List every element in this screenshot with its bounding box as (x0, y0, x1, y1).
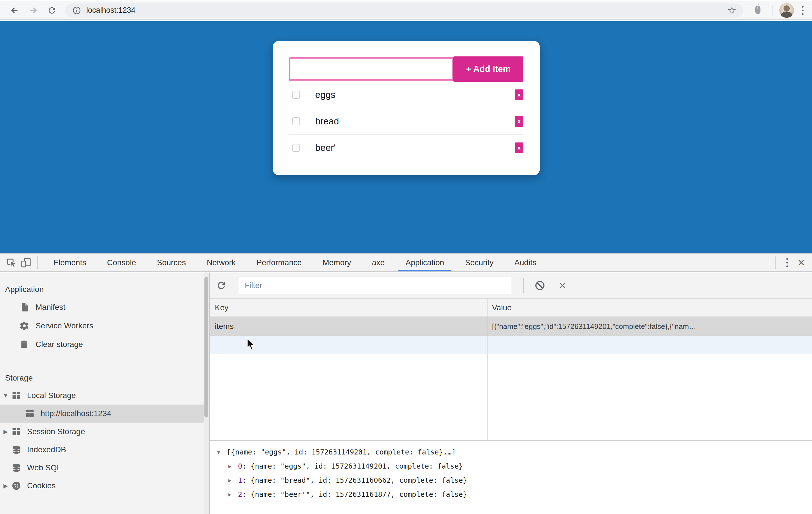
table-empty-area (210, 354, 812, 440)
column-divider[interactable] (488, 354, 488, 440)
array-index: 2 (238, 490, 242, 498)
sidebar-item-manifest[interactable]: Manifest (0, 298, 209, 317)
add-item-button[interactable]: + Add Item (453, 56, 523, 82)
value-preview-pane: ▼ [{name: "eggs", id: 1572631149201, com… (210, 440, 812, 514)
expander-icon[interactable]: ▶ (0, 428, 11, 435)
tab-elements[interactable]: Elements (43, 254, 97, 271)
devtools-menu-icon[interactable] (781, 258, 794, 267)
tab-application[interactable]: Application (395, 254, 455, 271)
tab-security[interactable]: Security (455, 254, 504, 271)
storage-table-header: Key Value (210, 299, 812, 317)
sidebar-item-clear-storage[interactable]: Clear storage (0, 335, 209, 354)
url-text: localhost:1234 (86, 6, 727, 15)
preview-root-line[interactable]: ▼ [{name: "eggs", id: 1572631149201, com… (217, 445, 812, 459)
device-toolbar-icon[interactable] (19, 255, 33, 270)
expand-triangle-icon[interactable]: ▶ (228, 463, 238, 469)
tab-sources[interactable]: Sources (146, 254, 196, 271)
mouse-cursor (246, 338, 257, 352)
sidebar-item-indexeddb[interactable]: IndexedDB (0, 441, 209, 459)
page-info-icon[interactable] (72, 6, 81, 15)
delete-item-button[interactable]: x (515, 116, 523, 127)
profile-avatar[interactable] (779, 3, 794, 18)
devtools-close-icon[interactable]: × (794, 257, 812, 269)
address-bar[interactable]: localhost:1234 ☆ (65, 3, 743, 18)
tabbar-divider (37, 256, 38, 269)
database-icon (11, 444, 22, 455)
sidebar-item-cookies[interactable]: ▶ Cookies (0, 477, 209, 495)
bookmark-star-icon[interactable]: ☆ (727, 5, 736, 16)
tab-memory[interactable]: Memory (312, 254, 361, 271)
browser-toolbar: localhost:1234 ☆ (0, 0, 812, 20)
table-row-items[interactable]: items [{"name":"eggs","id":1572631149201… (210, 317, 812, 336)
database-icon (11, 463, 22, 473)
table-row-empty[interactable] (210, 336, 812, 354)
refresh-icon[interactable] (216, 280, 227, 291)
todo-item-row: bread x (289, 108, 523, 135)
extension-icon[interactable] (752, 4, 763, 17)
expander-icon[interactable]: ▼ (0, 393, 11, 399)
todo-checkbox[interactable] (292, 91, 300, 99)
filter-input[interactable] (238, 277, 512, 294)
tabbar-divider (775, 256, 776, 269)
delete-item-button[interactable]: x (515, 142, 523, 153)
browser-menu-icon[interactable] (801, 5, 805, 16)
table-icon (11, 427, 22, 437)
todo-item-label: beer' (315, 142, 515, 153)
tab-audits[interactable]: Audits (504, 254, 547, 271)
delete-item-button[interactable]: x (515, 89, 523, 100)
todo-item-label: eggs (315, 89, 515, 100)
table-icon (25, 408, 35, 418)
sidebar-item-session-storage[interactable]: ▶ Session Storage (0, 423, 209, 441)
sidebar-item-web-sql[interactable]: Web SQL (0, 459, 209, 477)
add-item-row: + Add Item (289, 56, 523, 82)
todo-card: + Add Item eggs x bread x beer' x (273, 41, 540, 175)
document-icon (19, 302, 29, 312)
expander-icon[interactable]: ▶ (0, 482, 11, 489)
items-key-cell[interactable]: items (210, 317, 488, 336)
expand-triangle-icon[interactable]: ▶ (228, 491, 238, 497)
new-item-input[interactable] (289, 57, 453, 81)
preview-entry-line[interactable]: ▶ 1: {name: "bread", id: 1572631160662, … (217, 473, 812, 487)
storage-toolbar: × (210, 272, 812, 299)
tab-console[interactable]: Console (97, 254, 147, 271)
todo-item-row: eggs x (289, 82, 523, 108)
sidebar-item-service-workers[interactable]: Service Workers (0, 317, 209, 335)
tab-performance[interactable]: Performance (246, 254, 312, 271)
tab-network[interactable]: Network (196, 254, 246, 271)
devtools-tabbar: Elements Console Sources Network Perform… (0, 254, 812, 272)
items-value-cell[interactable]: [{"name":"eggs","id":1572631149201,"comp… (488, 317, 812, 336)
delete-selected-icon[interactable]: × (559, 279, 566, 292)
devtools-panel: Elements Console Sources Network Perform… (0, 253, 812, 514)
sidebar-section-application: Application (0, 281, 209, 298)
gear-icon (19, 321, 29, 331)
table-icon (11, 390, 22, 401)
reload-icon[interactable] (46, 4, 58, 17)
back-icon[interactable] (8, 4, 21, 17)
forward-icon[interactable] (27, 4, 39, 17)
tab-axe[interactable]: axe (361, 254, 395, 271)
todo-item-label: bread (315, 116, 515, 127)
block-icon[interactable] (534, 280, 545, 291)
todo-checkbox[interactable] (292, 117, 300, 125)
application-sidebar: Application Manifest Service Workers (0, 272, 210, 514)
column-header-key[interactable]: Key (210, 299, 488, 317)
cookie-icon (11, 481, 22, 491)
array-index: 1 (238, 476, 242, 484)
sidebar-item-local-storage[interactable]: ▼ Local Storage (0, 386, 209, 405)
sidebar-section-storage: Storage (0, 370, 209, 386)
local-storage-panel: × Key Value items [{"name":"eggs","id":1… (210, 272, 812, 514)
toolbar-divider (523, 278, 524, 293)
preview-entry-line[interactable]: ▶ 0: {name: "eggs", id: 1572631149201, c… (217, 459, 812, 473)
todo-checkbox[interactable] (292, 144, 300, 152)
expand-triangle-icon[interactable]: ▶ (228, 477, 238, 483)
sidebar-scrollbar-thumb[interactable] (204, 277, 208, 417)
preview-entry-line[interactable]: ▶ 2: {name: "beer'", id: 1572631161877, … (217, 487, 812, 501)
inspect-element-icon[interactable] (4, 255, 19, 270)
todo-item-row: beer' x (289, 135, 523, 161)
column-header-value[interactable]: Value (488, 299, 812, 317)
toolbar-divider (773, 5, 773, 16)
array-index: 0 (238, 462, 242, 470)
trash-icon (19, 340, 29, 350)
sidebar-item-localstorage-origin[interactable]: http://localhost:1234 (0, 405, 209, 423)
collapse-triangle-icon[interactable]: ▼ (217, 449, 227, 455)
